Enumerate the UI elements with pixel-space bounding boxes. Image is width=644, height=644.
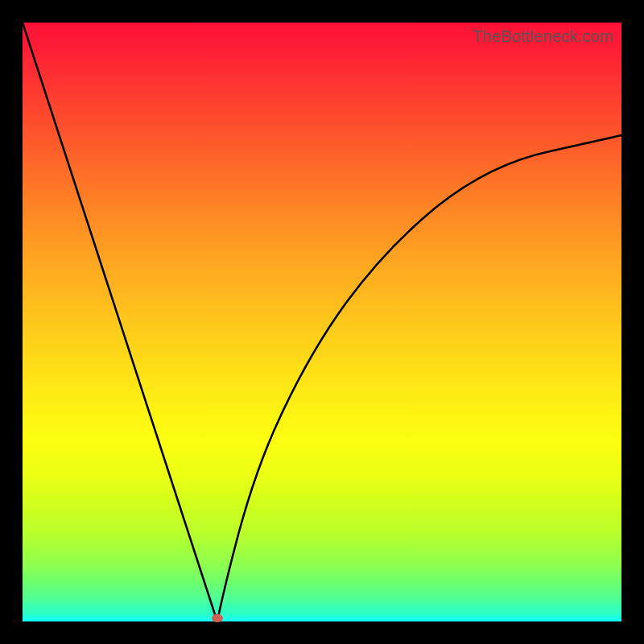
bottleneck-curve xyxy=(23,23,621,621)
plot-area: TheBottleneck.com xyxy=(23,23,621,621)
chart-frame: TheBottleneck.com xyxy=(0,0,644,644)
minimum-marker xyxy=(212,614,223,622)
curve-right xyxy=(217,135,621,621)
curve-left-branch xyxy=(23,23,217,621)
